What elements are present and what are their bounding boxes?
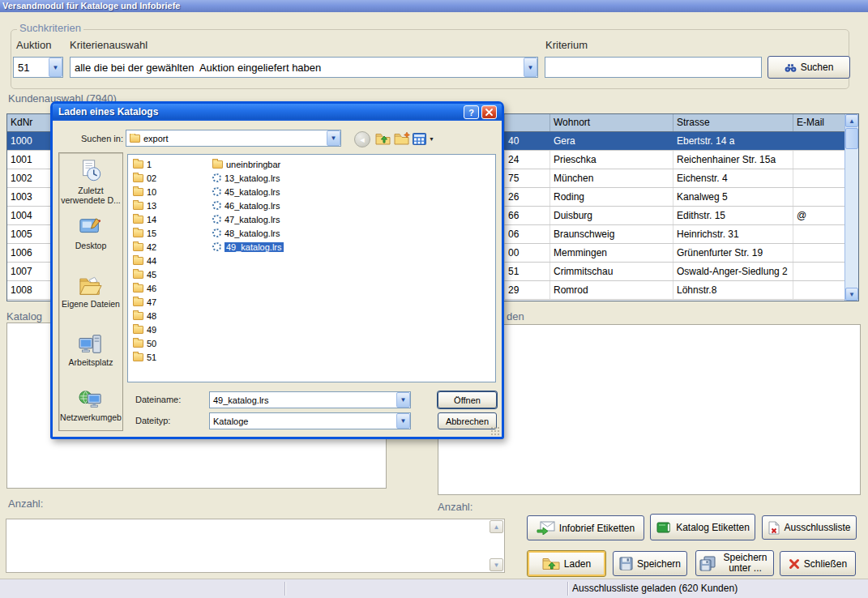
place-arbeitsplatz[interactable]: Arbeitsplatz	[59, 333, 122, 367]
folder-item[interactable]: 15	[133, 226, 156, 240]
my-computer-icon	[79, 333, 103, 356]
place-desktop[interactable]: Desktop	[59, 216, 122, 250]
scroll-up-icon[interactable]: ▲	[490, 520, 503, 533]
column-header-email[interactable]: E-Mail	[793, 114, 844, 131]
help-button[interactable]: ?	[464, 105, 479, 119]
scroll-down-icon[interactable]: ▼	[490, 558, 503, 571]
folder-icon	[133, 216, 143, 224]
file-item[interactable]: 45_katalog.lrs	[212, 185, 284, 199]
scrollbar-thumb[interactable]	[845, 128, 858, 149]
button-label: Öffnen	[454, 395, 481, 405]
folder-item[interactable]: 45	[133, 267, 156, 281]
file-list[interactable]: 10210131415424445464748495051 uneinbring…	[127, 154, 496, 382]
table-cell: Kanalweg 5	[673, 188, 793, 206]
laden-button[interactable]: Laden	[527, 550, 606, 577]
table-cell	[793, 281, 844, 299]
folder-item[interactable]: 50	[133, 336, 156, 350]
folder-icon	[130, 135, 140, 143]
column-header-plz[interactable]	[505, 114, 550, 131]
table-cell: 1002	[7, 169, 56, 187]
folder-item[interactable]: 47	[133, 295, 156, 309]
table-cell: Romrod	[550, 281, 673, 299]
folder-item[interactable]: 02	[133, 171, 156, 185]
folder-item[interactable]: 44	[133, 254, 156, 267]
column-header-strasse[interactable]: Strasse	[673, 114, 793, 131]
close-icon	[485, 109, 493, 116]
anzahl-textarea[interactable]: ▲ ▼	[6, 519, 505, 573]
folder-item[interactable]: 48	[133, 309, 156, 322]
chevron-down-icon[interactable]: ▼	[327, 130, 340, 146]
infobrief-etiketten-button[interactable]: Infobrief Etiketten	[527, 515, 644, 540]
file-item[interactable]: 46_katalog.lrs	[212, 199, 284, 212]
folder-item[interactable]: 49	[133, 322, 156, 336]
chevron-down-icon[interactable]: ▼	[524, 58, 537, 77]
file-item[interactable]: 13_katalog.lrs	[212, 171, 284, 185]
envelope-green-arrow-icon	[537, 521, 555, 535]
table-cell: Ebertstr. 14 a	[673, 132, 793, 150]
dialog-titlebar[interactable]: Laden eines Katalogs	[53, 104, 502, 121]
folder-item[interactable]: 13	[133, 199, 156, 212]
item-label: 1	[147, 160, 152, 169]
file-item[interactable]: 48_katalog.lrs	[212, 226, 284, 240]
item-label: 45	[147, 270, 156, 280]
folder-item[interactable]: 1	[133, 157, 156, 171]
folder-icon	[133, 257, 143, 265]
views-button[interactable]: ▼	[413, 133, 434, 145]
right-section-label: den	[507, 310, 524, 322]
folder-item[interactable]: 46	[133, 281, 156, 295]
binoculars-icon	[785, 62, 797, 73]
scroll-up-icon[interactable]: ▲	[845, 114, 858, 127]
location-select[interactable]: export ▼	[126, 130, 341, 147]
dateiname-select[interactable]: 49_katalog.lrs ▼	[209, 391, 411, 408]
scroll-down-icon[interactable]: ▼	[845, 288, 858, 301]
folder-item[interactable]: 10	[133, 185, 156, 199]
schliessen-button[interactable]: Schließen	[780, 551, 856, 576]
folder-item[interactable]: 42	[133, 240, 156, 254]
column-header-wohnort[interactable]: Wohnort	[550, 114, 673, 131]
window-titlebar[interactable]: Versandmodul für Kataloge und Infobriefe	[0, 0, 868, 12]
auktion-value: 51	[14, 62, 49, 74]
auktion-select[interactable]: 51 ▼	[13, 57, 63, 78]
kriterium-input[interactable]	[545, 57, 762, 78]
anzahl-scrollbar[interactable]: ▲ ▼	[490, 520, 503, 571]
place-recent-documents[interactable]: Zuletzt verwendete D...	[59, 158, 122, 205]
back-icon: ◂	[360, 135, 365, 145]
speichern-button[interactable]: Speichern	[613, 551, 687, 576]
lrs-file-icon	[212, 229, 221, 237]
oeffnen-button[interactable]: Öffnen	[438, 391, 497, 408]
speichern-unter-button[interactable]: Speichern unter ...	[695, 550, 774, 576]
dateityp-select[interactable]: Kataloge ▼	[209, 412, 411, 429]
folder-icon	[133, 160, 143, 169]
abbrechen-button[interactable]: Abbrechen	[438, 412, 497, 429]
place-label: Zuletzt verwendete D...	[61, 186, 121, 205]
folder-item[interactable]: uneinbringbar	[212, 157, 284, 171]
chevron-down-icon[interactable]: ▼	[396, 392, 410, 408]
lrs-file-icon	[212, 242, 221, 251]
file-item[interactable]: 47_katalog.lrs	[212, 212, 284, 226]
column-header-kdnr[interactable]: KdNr	[7, 114, 56, 131]
places-bar: Zuletzt verwendete D... Desktop	[58, 152, 123, 431]
back-button[interactable]: ◂	[354, 131, 370, 147]
resize-grip[interactable]	[490, 426, 499, 435]
ausschlussliste-button[interactable]: Ausschlussliste	[762, 515, 857, 540]
table-cell	[793, 263, 844, 280]
chevron-down-icon[interactable]: ▼	[396, 413, 410, 429]
kriterienauswahl-select[interactable]: alle die bei der gewählten Auktion einge…	[70, 57, 538, 78]
table-scrollbar[interactable]: ▲ ▼	[844, 114, 858, 301]
file-item[interactable]: 49_katalog.lrs	[212, 240, 284, 254]
folder-item[interactable]: 14	[133, 212, 156, 226]
place-netzwerkumgebung[interactable]: Netzwerkumgeb	[59, 388, 122, 422]
item-label: 46	[147, 284, 156, 293]
suchen-button[interactable]: Suchen	[768, 56, 850, 79]
table-cell: Löhnstr.8	[673, 281, 793, 299]
button-label: Ausschlussliste	[784, 522, 850, 533]
up-level-button[interactable]	[374, 130, 391, 147]
katalog-etiketten-button[interactable]: Katalog Etiketten	[650, 514, 755, 540]
folder-item[interactable]: 51	[133, 350, 156, 364]
button-label: Speichern	[637, 558, 681, 570]
chevron-down-icon[interactable]: ▼	[49, 58, 62, 77]
table-cell: Eichenstr. 4	[673, 169, 793, 187]
place-eigene-dateien[interactable]: Eigene Dateien	[59, 275, 122, 309]
close-button[interactable]	[481, 105, 497, 119]
new-folder-button[interactable]	[394, 131, 411, 147]
